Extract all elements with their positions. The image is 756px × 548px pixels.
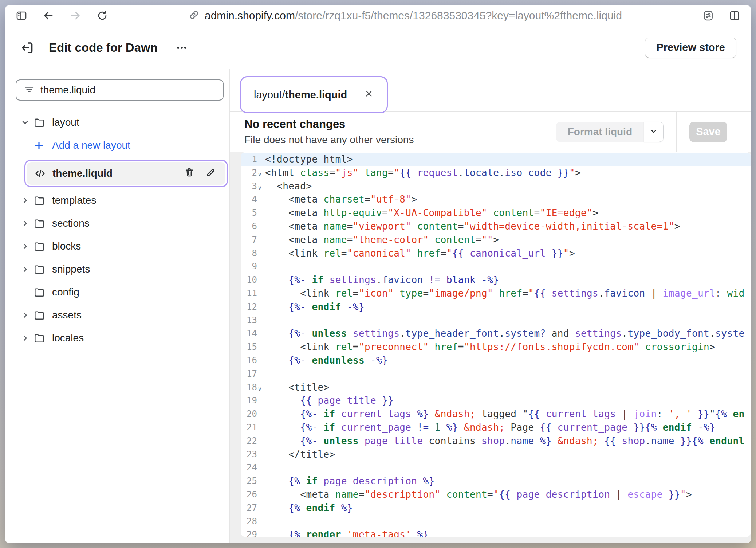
code-line[interactable]: 6 <meta name="viewport" content="width=d…	[241, 220, 751, 233]
line-number: 15	[241, 340, 261, 354]
sidebar-toggle-icon[interactable]	[15, 9, 28, 22]
code-line[interactable]: 4 <meta charset="utf-8">	[241, 193, 751, 206]
preview-store-button[interactable]: Preview store	[645, 38, 736, 58]
page-title: Edit code for Dawn	[49, 41, 158, 55]
tree-item-layout[interactable]: layout	[20, 114, 228, 131]
rename-file-icon[interactable]	[205, 167, 216, 180]
code-line[interactable]: 14 {%- unless settings.type_header_font.…	[241, 327, 751, 340]
code-line[interactable]: 25 {% if page_description %}	[241, 474, 751, 488]
tree-item-label: snippets	[52, 263, 90, 275]
code-line[interactable]: 11 <link rel="icon" type="image/png" hre…	[241, 287, 751, 300]
code-line[interactable]: 22 {%- unless page_title contains shop.n…	[241, 434, 751, 448]
browser-settings-icon[interactable]	[702, 9, 714, 22]
address-bar[interactable]: admin.shopify.com/store/rzq1xu-f5/themes…	[109, 9, 702, 22]
line-number: 26	[241, 488, 261, 501]
tree-item-label: config	[52, 286, 79, 298]
tree-item-label: assets	[52, 309, 82, 321]
chevron-down-icon	[649, 126, 658, 137]
code-line[interactable]: 29 {% render 'meta-tags' %}	[241, 528, 751, 537]
format-liquid-dropdown[interactable]	[644, 122, 664, 142]
tab-close-icon[interactable]	[364, 89, 374, 101]
search-input[interactable]	[40, 84, 216, 96]
code-line[interactable]: 24	[241, 461, 751, 474]
code-line[interactable]: 2∨<html class="js" lang="{{ request.loca…	[241, 166, 751, 180]
chevron-right-icon[interactable]	[20, 333, 34, 343]
chevron-right-icon[interactable]	[20, 310, 34, 320]
tree-item-blocks[interactable]: blocks	[20, 238, 228, 255]
save-button[interactable]: Save	[689, 122, 727, 142]
link-icon	[189, 9, 200, 22]
folder-icon	[34, 309, 46, 321]
chevron-down-icon[interactable]	[20, 118, 34, 127]
folder-icon	[34, 117, 46, 128]
code-line[interactable]: 17	[241, 367, 751, 381]
tree-item-label: layout	[52, 117, 79, 128]
code-line[interactable]: 27 {% endif %}	[241, 501, 751, 515]
file-search[interactable]	[16, 79, 224, 101]
tree-item-label: locales	[52, 332, 84, 344]
tree-item-label: templates	[52, 195, 96, 206]
revision-status-subtitle: File does not have any other versions	[244, 134, 414, 146]
code-line[interactable]: 16 {%- endunless -%}	[241, 354, 751, 367]
code-line[interactable]: 3∨ <head>	[241, 180, 751, 193]
tree-item-sections[interactable]: sections	[20, 215, 228, 232]
folder-icon	[34, 286, 46, 298]
tab-bar: layout/theme.liquid	[230, 69, 751, 112]
code-line[interactable]: 20 {%- if current_tags %} &ndash; tagged…	[241, 407, 751, 421]
code-line[interactable]: 13	[241, 314, 751, 327]
tree-item-label: theme.liquid	[52, 168, 113, 179]
code-line[interactable]: 23 </title>	[241, 448, 751, 461]
plus-icon	[34, 140, 46, 151]
code-line[interactable]: 28	[241, 515, 751, 528]
folder-icon	[34, 195, 46, 206]
tree-item-label: sections	[52, 218, 90, 229]
tree-item-config[interactable]: config	[20, 283, 228, 301]
tree-item-snippets[interactable]: snippets	[20, 261, 228, 278]
delete-file-icon[interactable]	[184, 167, 195, 180]
code-line[interactable]: 1<!doctype html>	[241, 153, 751, 166]
code-line[interactable]: 18∨ <title>	[241, 381, 751, 394]
tab-layout-theme-liquid[interactable]: layout/theme.liquid	[243, 79, 385, 110]
code-line[interactable]: 9	[241, 260, 751, 273]
line-number: 8	[241, 247, 261, 260]
back-icon[interactable]	[42, 9, 55, 22]
add-new-layout-link[interactable]: Add a new layout	[20, 137, 228, 154]
chevron-right-icon[interactable]	[20, 219, 34, 228]
code-editor[interactable]: 1<!doctype html>2∨<html class="js" lang=…	[241, 152, 751, 537]
line-number: 25	[241, 474, 261, 488]
code-line[interactable]: 26 <meta name="description" content="{{ …	[241, 488, 751, 501]
code-line[interactable]: 12 {%- endif -%}	[241, 300, 751, 314]
format-liquid-button[interactable]: Format liquid	[556, 122, 644, 142]
chevron-right-icon[interactable]	[20, 265, 34, 274]
tree-item-assets[interactable]: assets	[20, 306, 228, 324]
code-line[interactable]: 15 <link rel="preconnect" href="https://…	[241, 340, 751, 354]
more-actions-icon[interactable]	[175, 41, 188, 54]
code-line[interactable]: 7 <meta name="theme-color" content="">	[241, 233, 751, 247]
line-number: 23	[241, 448, 261, 461]
reload-icon[interactable]	[96, 9, 109, 22]
code-line[interactable]: 8 <link rel="canonical" href="{{ canonic…	[241, 247, 751, 260]
folder-icon	[34, 263, 46, 275]
revision-status-title: No recent changes	[244, 118, 414, 131]
chevron-right-icon[interactable]	[20, 242, 34, 251]
tree-item-locales[interactable]: locales	[20, 329, 228, 347]
tree-item-label: Add a new layout	[52, 140, 130, 151]
line-number: 12	[241, 300, 261, 314]
url-host: admin.shopify.com	[205, 9, 295, 21]
split-view-icon[interactable]	[728, 9, 741, 22]
url-path: /store/rzq1xu-f5/themes/132683530345?key…	[295, 9, 622, 21]
tree-item-templates[interactable]: templates	[20, 192, 228, 209]
line-number: 27	[241, 501, 261, 515]
code-line[interactable]: 5 <meta http-equiv="X-UA-Compatible" con…	[241, 206, 751, 220]
line-number: 1	[241, 153, 261, 166]
code-line[interactable]: 21 {%- if current_page != 1 %} &ndash; P…	[241, 421, 751, 434]
forward-icon[interactable]	[69, 9, 82, 22]
tree-item-theme.liquid[interactable]: theme.liquid	[27, 162, 225, 185]
line-number: 2∨	[241, 166, 261, 180]
line-number: 19	[241, 394, 261, 407]
code-line[interactable]: 10 {%- if settings.favicon != blank -%}	[241, 273, 751, 287]
code-line[interactable]: 19 {{ page_title }}	[241, 394, 751, 407]
exit-editor-icon[interactable]	[20, 40, 35, 55]
code-file-icon	[34, 168, 47, 179]
chevron-right-icon[interactable]	[20, 196, 34, 205]
